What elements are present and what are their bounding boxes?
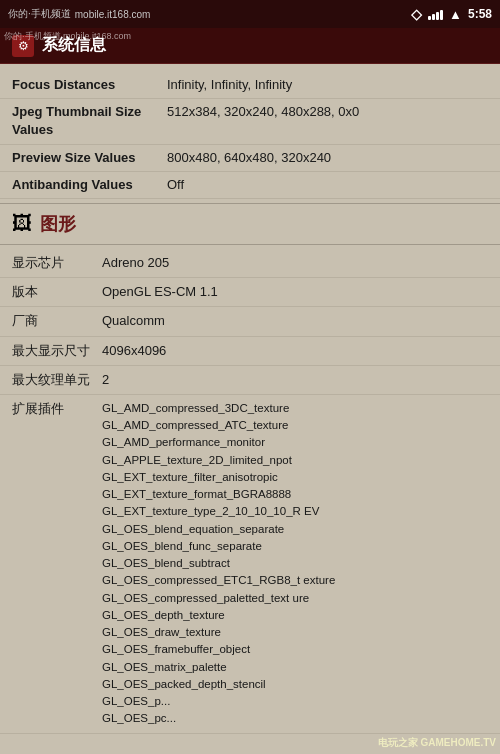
display-chip-label: 显示芯片 — [12, 254, 102, 272]
preview-size-value: 800x480, 640x480, 320x240 — [167, 149, 488, 167]
extensions-row: 扩展插件 GL_AMD_compressed_3DC_texture GL_AM… — [0, 395, 500, 734]
display-chip-value: Adreno 205 — [102, 254, 488, 272]
graphics-icon: 🖼 — [12, 212, 32, 235]
max-display-value: 4096x4096 — [102, 342, 488, 360]
jpeg-thumbnail-row: Jpeg Thumbnail Size Values 512x384, 320x… — [0, 99, 500, 144]
signal-bar-2 — [432, 14, 435, 20]
version-value: OpenGL ES-CM 1.1 — [102, 283, 488, 301]
max-display-label: 最大显示尺寸 — [12, 342, 102, 360]
extensions-label: 扩展插件 — [12, 400, 102, 418]
preview-size-row: Preview Size Values 800x480, 640x480, 32… — [0, 145, 500, 172]
watermark-bottom-right: 电玩之家 GAMEHOME.TV — [378, 736, 496, 750]
signal-bar-4 — [440, 10, 443, 20]
antibanding-label: Antibanding Values — [12, 176, 167, 194]
carrier-info: 你的·手机频道 mobile.it168.com — [8, 7, 150, 21]
jpeg-thumbnail-label: Jpeg Thumbnail Size Values — [12, 103, 167, 139]
status-bar: 你的·手机频道 mobile.it168.com ◇ ▲ 5:58 — [0, 0, 500, 28]
clock: 5:58 — [468, 7, 492, 21]
max-texture-label: 最大纹理单元 — [12, 371, 102, 389]
graphics-section-header: 🖼 图形 — [0, 203, 500, 245]
focus-distances-row: Focus Distances Infinity, Infinity, Infi… — [0, 72, 500, 99]
status-right: ◇ ▲ 5:58 — [411, 6, 492, 22]
watermark-top: 你的·手机频道 mobile.it168.com — [4, 30, 131, 43]
nav-icon: ◇ — [411, 6, 422, 22]
signal-bar-3 — [436, 12, 439, 20]
max-texture-row: 最大纹理单元 2 — [0, 366, 500, 395]
vendor-row: 厂商 Qualcomm — [0, 307, 500, 336]
signal-bar-1 — [428, 16, 431, 20]
preview-size-label: Preview Size Values — [12, 149, 167, 167]
wifi-icon: ▲ — [449, 7, 462, 22]
extensions-value: GL_AMD_compressed_3DC_texture GL_AMD_com… — [102, 400, 488, 728]
antibanding-value: Off — [167, 176, 488, 194]
antibanding-row: Antibanding Values Off — [0, 172, 500, 199]
jpeg-thumbnail-value: 512x384, 320x240, 480x288, 0x0 — [167, 103, 488, 121]
content-area[interactable]: Focus Distances Infinity, Infinity, Infi… — [0, 64, 500, 754]
vendor-value: Qualcomm — [102, 312, 488, 330]
website-label: mobile.it168.com — [75, 9, 151, 20]
carrier-label: 你的·手机频道 — [8, 7, 71, 21]
max-texture-value: 2 — [102, 371, 488, 389]
focus-distances-label: Focus Distances — [12, 76, 167, 94]
version-label: 版本 — [12, 283, 102, 301]
vendor-label: 厂商 — [12, 312, 102, 330]
max-display-row: 最大显示尺寸 4096x4096 — [0, 337, 500, 366]
signal-bars — [428, 8, 443, 20]
graphics-title: 图形 — [40, 212, 76, 236]
focus-distances-value: Infinity, Infinity, Infinity — [167, 76, 488, 94]
version-row: 版本 OpenGL ES-CM 1.1 — [0, 278, 500, 307]
display-chip-row: 显示芯片 Adreno 205 — [0, 249, 500, 278]
